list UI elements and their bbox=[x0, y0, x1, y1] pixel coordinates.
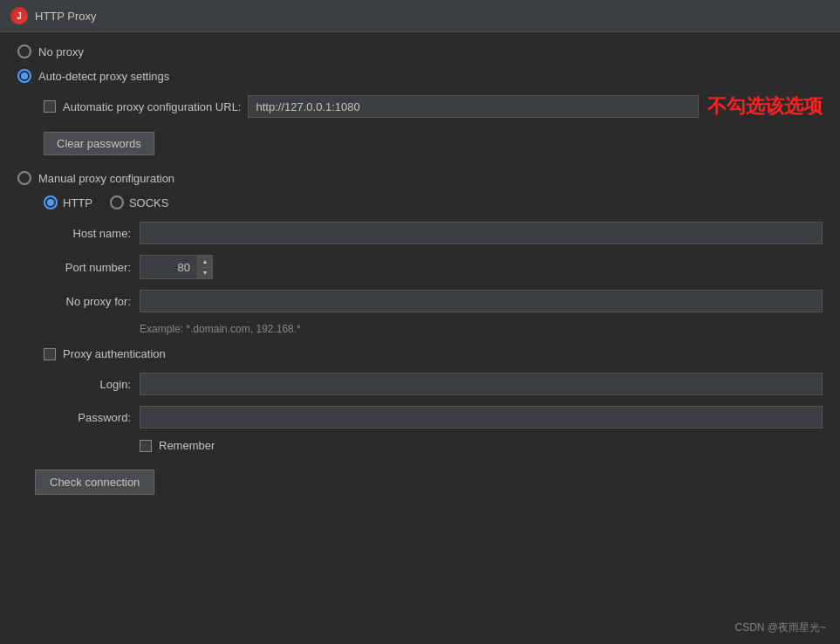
no-proxy-for-row: No proxy for: bbox=[17, 290, 823, 312]
proxy-auth-section: Proxy authentication bbox=[17, 347, 823, 360]
manual-proxy-section: Manual proxy configuration HTTP SOCKS Ho… bbox=[17, 171, 823, 335]
auto-config-url-checkbox[interactable] bbox=[44, 100, 56, 113]
port-up-button[interactable]: ▲ bbox=[198, 256, 212, 268]
no-proxy-for-label: No proxy for: bbox=[44, 295, 131, 308]
no-proxy-label: No proxy bbox=[38, 45, 84, 58]
auto-config-url-row: Automatic proxy configuration URL: 不勾选该选… bbox=[17, 93, 823, 120]
auto-detect-label: Auto-detect proxy settings bbox=[38, 70, 169, 83]
password-input[interactable] bbox=[140, 406, 823, 428]
manual-proxy-label: Manual proxy configuration bbox=[38, 172, 174, 185]
port-row: Port number: ▲ ▼ bbox=[17, 255, 823, 279]
title-text: HTTP Proxy bbox=[35, 10, 97, 23]
remember-checkbox[interactable] bbox=[140, 440, 152, 452]
port-spinner: ▲ ▼ bbox=[197, 256, 212, 278]
title-bar: J HTTP Proxy bbox=[0, 0, 840, 32]
port-input[interactable] bbox=[140, 256, 197, 278]
manual-proxy-radio[interactable] bbox=[17, 171, 31, 185]
socks-protocol-radio[interactable] bbox=[110, 195, 124, 209]
hostname-row: Host name: bbox=[17, 222, 823, 244]
login-input[interactable] bbox=[140, 373, 823, 395]
proxy-auth-label: Proxy authentication bbox=[63, 347, 166, 360]
password-label: Password: bbox=[44, 411, 131, 424]
no-proxy-for-input[interactable] bbox=[140, 290, 823, 312]
example-text: Example: *.domain.com, 192.168.* bbox=[17, 323, 823, 335]
hostname-label: Host name: bbox=[44, 227, 131, 240]
auto-detect-radio[interactable] bbox=[17, 69, 31, 83]
main-section: No proxy Auto-detect proxy settings Auto… bbox=[0, 32, 840, 516]
http-label: HTTP bbox=[63, 196, 92, 209]
protocol-row: HTTP SOCKS bbox=[17, 195, 823, 209]
login-row: Login: bbox=[17, 373, 823, 395]
manual-proxy-row[interactable]: Manual proxy configuration bbox=[17, 171, 823, 185]
auto-config-url-input[interactable] bbox=[248, 95, 699, 118]
no-proxy-row[interactable]: No proxy bbox=[17, 45, 823, 58]
remember-row: Remember bbox=[17, 439, 823, 452]
http-protocol-radio[interactable] bbox=[44, 195, 58, 209]
no-proxy-radio[interactable] bbox=[17, 45, 31, 58]
login-label: Login: bbox=[44, 378, 131, 391]
port-down-button[interactable]: ▼ bbox=[198, 268, 212, 279]
http-protocol-option[interactable]: HTTP bbox=[44, 195, 92, 209]
auto-config-url-label: Automatic proxy configuration URL: bbox=[63, 100, 241, 113]
proxy-auth-checkbox[interactable] bbox=[44, 348, 56, 360]
clear-passwords-section: Clear passwords bbox=[17, 132, 823, 168]
socks-label: SOCKS bbox=[129, 196, 169, 209]
socks-protocol-option[interactable]: SOCKS bbox=[110, 195, 169, 209]
port-input-wrapper: ▲ ▼ bbox=[140, 255, 213, 279]
check-connection-button[interactable]: Check connection bbox=[35, 469, 154, 495]
hostname-input[interactable] bbox=[140, 222, 823, 244]
auto-detect-row[interactable]: Auto-detect proxy settings bbox=[17, 69, 823, 83]
app-icon: J bbox=[10, 7, 28, 24]
footer-text: CSDN @夜雨星光~ bbox=[734, 620, 826, 635]
password-row: Password: bbox=[17, 406, 823, 428]
port-label: Port number: bbox=[44, 261, 131, 274]
clear-passwords-button[interactable]: Clear passwords bbox=[44, 132, 154, 155]
remember-label: Remember bbox=[159, 439, 215, 452]
annotation-text: 不勾选该选项 bbox=[707, 93, 823, 120]
